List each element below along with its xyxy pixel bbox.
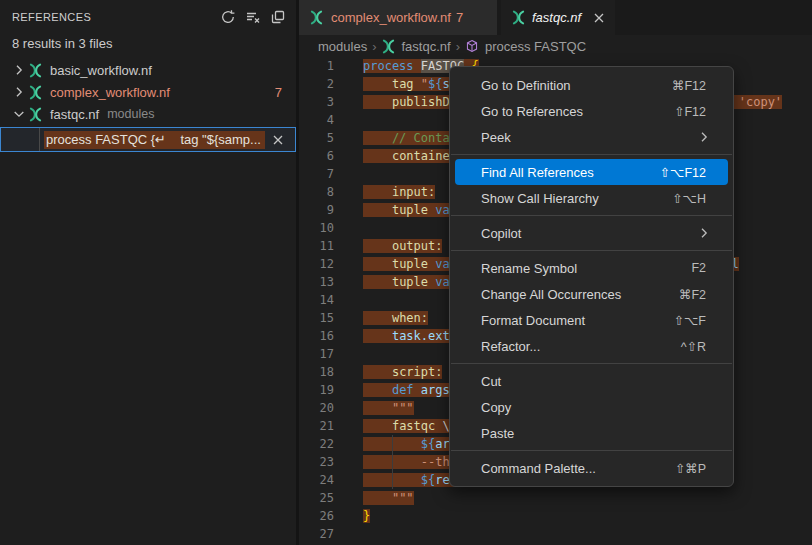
token (363, 491, 392, 505)
menu-item-rename-symbol[interactable]: Rename SymbolF2 (450, 255, 733, 281)
breadcrumb-label: fastqc.nf (401, 39, 450, 54)
code-line[interactable] (363, 525, 812, 543)
reference-result-item[interactable]: process FASTQC {↵ tag "${samp... (0, 127, 296, 152)
dismiss-result-button[interactable] (270, 132, 286, 148)
tab-label: fastqc.nf (532, 10, 581, 25)
line-number: 17 (299, 345, 334, 363)
chevron-right-icon[interactable] (11, 84, 28, 100)
token: input: (392, 185, 435, 199)
tab-fastqc.nf[interactable]: fastqc.nf (501, 0, 615, 35)
line-number: 1 (299, 57, 334, 75)
breadcrumb-item-modules[interactable]: modules (318, 39, 367, 54)
nextflow-icon (28, 62, 45, 78)
chevron-right-icon[interactable] (11, 62, 28, 78)
token: tag (392, 77, 414, 91)
menu-item-go-to-definition[interactable]: Go to Definition⌘F12 (450, 72, 733, 98)
menu-item-change-all-occurrences[interactable]: Change All Occurrences⌘F2 (450, 281, 733, 307)
module-icon (465, 38, 481, 54)
breadcrumb-item-process-FASTQC[interactable]: process FASTQC (465, 38, 586, 54)
token: ${ (421, 437, 435, 451)
token (414, 59, 421, 73)
line-number: 27 (299, 525, 334, 543)
tree-item-fastqc.nf[interactable]: fastqc.nfmodules (0, 103, 296, 125)
refresh-icon (220, 9, 236, 25)
reference-match-text: process FASTQC {↵ tag "${samp... (44, 131, 265, 149)
token: " (421, 77, 428, 91)
menu-item-paste[interactable]: Paste (450, 420, 733, 446)
menu-item-refactor-[interactable]: Refactor...^⇧R (450, 333, 733, 359)
menu-item-shortcut: ⇧⌥F (673, 313, 706, 328)
menu-item-cut[interactable]: Cut (450, 368, 733, 394)
file-label: complex_workflow.nf (50, 85, 170, 100)
file-label: basic_workflow.nf (50, 63, 152, 78)
token: \ (435, 419, 449, 433)
clear-all-button[interactable] (245, 9, 261, 25)
breadcrumb-label: modules (318, 39, 367, 54)
menu-item-label: Refactor... (481, 339, 540, 354)
token: } (363, 509, 370, 523)
menu-item-peek[interactable]: Peek (450, 124, 733, 150)
token: tuple (392, 257, 428, 271)
breadcrumb: modules› fastqc.nf› process FASTQC (299, 35, 812, 57)
nextflow-icon (381, 38, 397, 54)
menu-item-shortcut: ⇧⌘P (675, 461, 706, 476)
indent-guide (392, 435, 393, 489)
breadcrumb-item-fastqc.nf[interactable]: fastqc.nf (381, 38, 450, 54)
code-line[interactable]: } (363, 507, 812, 525)
tab-complex_workflow.nf[interactable]: complex_workflow.nf7 (299, 0, 497, 35)
menu-separator (451, 250, 732, 251)
menu-separator (451, 363, 732, 364)
reference-range-highlight: """ (363, 491, 414, 505)
menu-item-go-to-references[interactable]: Go to References⇧F12 (450, 98, 733, 124)
line-number: 7 (299, 165, 334, 183)
menu-item-shortcut: ⇧⌥H (672, 191, 706, 206)
token (363, 95, 392, 109)
breadcrumb-separator: › (372, 39, 376, 54)
menu-item-label: Cut (481, 374, 501, 389)
submenu-arrow-icon (696, 225, 712, 241)
token: ${ (421, 473, 435, 487)
menu-item-command-palette-[interactable]: Command Palette...⇧⌘P (450, 455, 733, 481)
line-number: 2 (299, 75, 334, 93)
menu-item-label: Paste (481, 426, 514, 441)
menu-item-copy[interactable]: Copy (450, 394, 733, 420)
token (363, 257, 392, 271)
chevron-down-icon[interactable] (11, 106, 28, 122)
menu-item-format-document[interactable]: Format Document⇧⌥F (450, 307, 733, 333)
menu-item-shortcut: ⇧⌥F12 (660, 165, 706, 180)
refresh-button[interactable] (220, 9, 236, 25)
token: when: (392, 311, 428, 325)
line-number: 6 (299, 147, 334, 165)
line-number-gutter: 1234567891011121314151617181920212223242… (299, 57, 334, 543)
copy-results-button[interactable] (270, 9, 286, 25)
tab-close-button[interactable] (591, 10, 607, 26)
menu-item-show-call-hierarchy[interactable]: Show Call Hierarchy⇧⌥H (450, 185, 733, 211)
menu-item-label: Show Call Hierarchy (481, 191, 599, 206)
line-number: 5 (299, 129, 334, 147)
menu-item-copilot[interactable]: Copilot (450, 220, 733, 246)
line-number: 19 (299, 381, 334, 399)
token: """ (392, 401, 414, 415)
panel-toolbar (220, 9, 286, 25)
menu-separator (451, 154, 732, 155)
tab-label: complex_workflow.nf (331, 10, 451, 25)
token: ${ (428, 77, 442, 91)
token: tuple (392, 275, 428, 289)
token: script: (392, 365, 443, 379)
menu-item-shortcut: ⌘F2 (679, 287, 706, 302)
menu-item-label: Format Document (481, 313, 585, 328)
token (363, 311, 392, 325)
token (363, 401, 392, 415)
menu-item-shortcut: F2 (691, 261, 706, 275)
tree-item-complex_workflow.nf[interactable]: complex_workflow.nf7 (0, 81, 296, 103)
token: output: (392, 239, 443, 253)
code-line[interactable]: """ (363, 489, 812, 507)
token (414, 383, 421, 397)
line-number: 11 (299, 237, 334, 255)
references-panel-header: REFERENCES (0, 0, 296, 33)
menu-item-find-all-references[interactable]: Find All References⇧⌥F12 (455, 159, 728, 185)
token: def (392, 383, 414, 397)
line-number: 9 (299, 201, 334, 219)
menu-item-shortcut: ⌘F12 (672, 78, 706, 93)
tree-item-basic_workflow.nf[interactable]: basic_workflow.nf (0, 59, 296, 81)
